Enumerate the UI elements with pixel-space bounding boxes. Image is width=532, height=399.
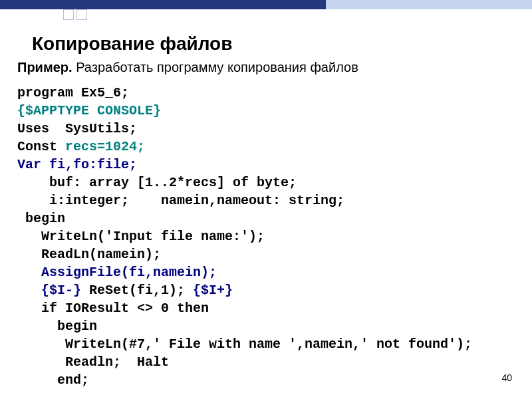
code-line-3: Uses SysUtils; xyxy=(17,121,137,136)
code-line-13: if IOResult <> 0 then xyxy=(17,301,209,316)
decoration-bar-dark xyxy=(0,0,326,9)
code-line-12: {$I-} ReSet(fi,1); {$I+} xyxy=(17,283,233,298)
code-block: program Ex5_6; {$APPTYPE CONSOLE} Uses S… xyxy=(17,84,472,389)
code-line-6: buf: array [1..2*recs] of byte; xyxy=(17,175,297,190)
decoration-square-icon xyxy=(76,9,87,20)
decoration-top-bar xyxy=(0,0,532,20)
code-line-4: Const recs=1024; xyxy=(17,139,145,154)
decoration-square-icon xyxy=(63,9,74,20)
subtitle-label: Пример. xyxy=(17,60,72,74)
code-line-16: Readln; Halt xyxy=(17,354,169,370)
code-line-9: WriteLn('Input file name:'); xyxy=(17,229,265,244)
subtitle-text: Разработать программу копирования файлов xyxy=(72,60,358,74)
slide-title: Копирование файлов xyxy=(32,33,232,55)
slide: Копирование файлов Пример. Разработать п… xyxy=(0,0,532,399)
decoration-bar-light xyxy=(326,0,532,9)
code-line-11: AssignFile(fi,namein); xyxy=(17,265,217,280)
code-line-2: {$APPTYPE CONSOLE} xyxy=(17,103,161,118)
slide-subtitle: Пример. Разработать программу копировани… xyxy=(17,60,358,75)
code-line-15: WriteLn(#7,' File with name ',namein,' n… xyxy=(17,336,472,352)
code-line-14: begin xyxy=(17,319,97,334)
code-line-5: Var fi,fo:file; xyxy=(17,157,137,172)
code-line-7: i:integer; namein,nameout: string; xyxy=(17,193,344,208)
code-line-10: ReadLn(namein); xyxy=(17,247,161,262)
code-line-8: begin xyxy=(17,211,65,226)
code-line-17: end; xyxy=(17,372,89,388)
code-line-1: program Ex5_6; xyxy=(17,85,129,100)
page-number: 40 xyxy=(501,372,512,383)
